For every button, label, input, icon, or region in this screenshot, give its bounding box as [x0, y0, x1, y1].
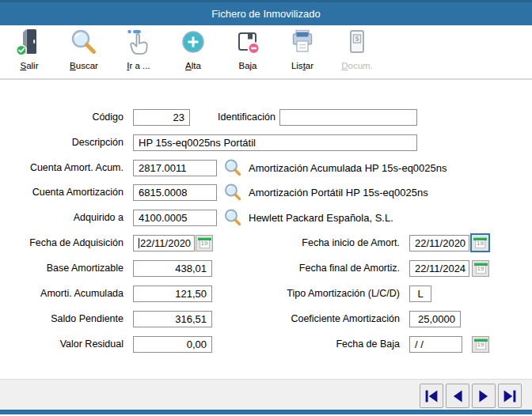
adquirido-a-description: Hewlett Packard Española, S.L.	[249, 210, 393, 227]
asset-form: Código 23 Identificación Descripción HP …	[0, 0, 532, 416]
tipo-amortizacion-label: Tipo Amortización (L/C/D)	[261, 286, 400, 302]
identificacion-input[interactable]	[279, 109, 417, 126]
lookup-icon[interactable]	[223, 158, 242, 177]
calendar-icon: 19	[476, 339, 486, 350]
coeficiente-amortizacion-label: Coeficiente Amortización	[261, 311, 400, 327]
record-navigation-buttons	[420, 384, 522, 408]
asset-file-window: Fichero de Inmovilizado Salir Buscar	[0, 0, 532, 416]
next-record-icon	[474, 387, 493, 406]
fecha-baja-input[interactable]: / /	[409, 336, 462, 353]
lookup-icon[interactable]	[223, 183, 242, 202]
calendar-icon: 19	[475, 238, 485, 248]
fecha-final-amortiz-label: Fecha final de Amortiz.	[261, 260, 400, 277]
saldo-pendiente-input[interactable]: 316,51	[133, 311, 212, 327]
identificacion-label: Identificación	[200, 109, 276, 126]
descripcion-label: Descripción	[0, 134, 124, 151]
text-caret	[139, 238, 139, 248]
base-amortizable-input[interactable]: 438,01	[133, 260, 212, 277]
calendar-button[interactable]: 19	[196, 235, 213, 251]
last-record-icon	[500, 387, 519, 406]
fecha-inicio-amort-label: Fecha inicio de Amort.	[261, 235, 400, 251]
next-record-button[interactable]	[472, 384, 496, 408]
previous-record-icon	[448, 387, 467, 406]
amort-acumulada-label: Amorti. Acumulada	[0, 286, 124, 302]
descripcion-input[interactable]: HP 15s-eq0025ns Portátil	[133, 134, 417, 151]
valor-residual-label: Valor Residual	[0, 336, 124, 353]
codigo-label: Código	[0, 109, 124, 126]
adquirido-a-label: Adquirido a	[0, 210, 124, 226]
fecha-inicio-amort-input[interactable]: 22/11/2020	[409, 235, 469, 251]
cuenta-amort-acum-description: Amortización Acumulada HP 15s-eq0025ns	[249, 160, 447, 177]
saldo-pendiente-label: Saldo Pendiente	[0, 311, 124, 327]
amort-acumulada-input[interactable]: 121,50	[133, 286, 212, 302]
cuenta-amortizacion-label: Cuenta Amortización	[0, 184, 124, 201]
first-record-icon	[422, 387, 441, 406]
calendar-button-focused[interactable]: 19	[470, 233, 490, 252]
window-bottom-edge	[0, 410, 532, 414]
calendar-button[interactable]: 19	[472, 260, 489, 277]
cuenta-amortizacion-description: Amortización Portátil HP 15s-eq0025ns	[249, 184, 428, 202]
first-record-button[interactable]	[420, 384, 443, 408]
fecha-baja-label: Fecha de Baja	[261, 336, 400, 353]
codigo-input[interactable]: 23	[133, 109, 190, 126]
cuenta-amortizacion-input[interactable]: 6815.0008	[133, 184, 217, 201]
record-navigation-bar	[0, 379, 532, 410]
fecha-adquisicion-input[interactable]: 22/11/2020	[133, 235, 195, 251]
last-record-button[interactable]	[498, 384, 522, 408]
base-amortizable-label: Base Amortizable	[0, 260, 124, 277]
coeficiente-amortizacion-input[interactable]: 25,0000	[409, 311, 461, 327]
previous-record-button[interactable]	[446, 384, 469, 408]
valor-residual-input[interactable]: 0,00	[133, 336, 212, 353]
cuenta-amort-acum-label: Cuenta Amort. Acum.	[0, 160, 124, 176]
adquirido-a-input[interactable]: 4100.0005	[133, 210, 217, 226]
calendar-button[interactable]: 19	[472, 336, 489, 353]
fecha-final-amortiz-input[interactable]: 22/11/2024	[409, 260, 469, 277]
calendar-icon: 19	[200, 238, 210, 248]
tipo-amortizacion-input[interactable]: L	[409, 286, 431, 302]
calendar-icon: 19	[476, 263, 486, 274]
lookup-icon[interactable]	[223, 208, 242, 227]
fecha-adquisicion-label: Fecha de Adquisición	[0, 235, 124, 251]
cuenta-amort-acum-input[interactable]: 2817.0011	[133, 160, 217, 176]
